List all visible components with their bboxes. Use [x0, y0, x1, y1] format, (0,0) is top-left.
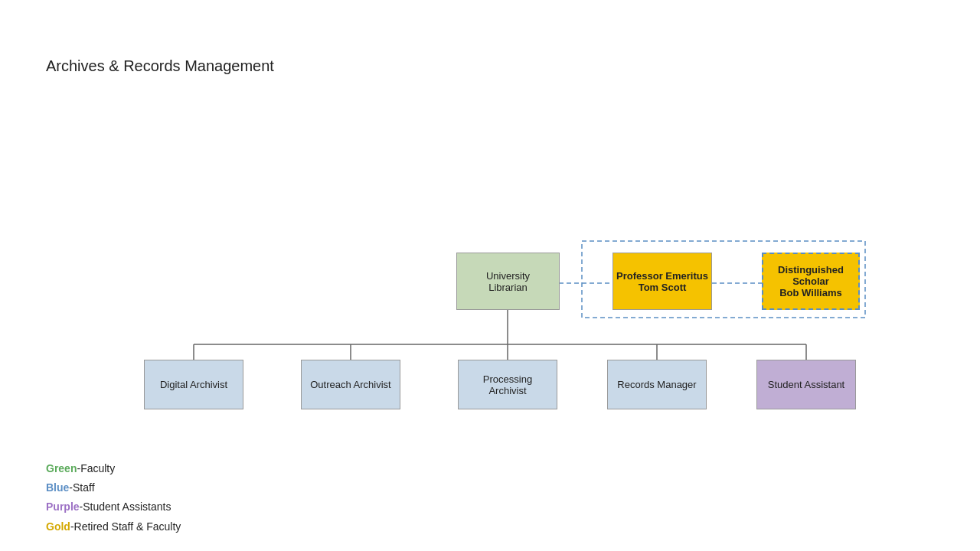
legend-purple-color: Purple [46, 497, 80, 517]
node-records-manager: Records Manager [607, 360, 707, 409]
node-label: ProcessingArchivist [483, 373, 532, 396]
node-outreach-archivist: Outreach Archivist [301, 360, 400, 409]
node-label: Digital Archivist [160, 379, 227, 390]
node-student-assistant: Student Assistant [756, 360, 856, 409]
legend-green: Green -Faculty [46, 459, 181, 478]
node-professor-emeritus: Professor EmeritusTom Scott [612, 253, 712, 310]
legend-blue-text: -Staff [69, 478, 94, 497]
legend-green-text: -Faculty [77, 459, 115, 478]
legend-gold-text: -Retired Staff & Faculty [70, 517, 181, 536]
node-label: Records Manager [617, 379, 696, 390]
legend-gold-color: Gold [46, 517, 70, 536]
node-label: Outreach Archivist [310, 379, 391, 390]
node-label: Professor EmeritusTom Scott [616, 270, 708, 293]
node-label: DistinguishedScholarBob Williams [778, 264, 844, 298]
legend-blue: Blue -Staff [46, 478, 181, 497]
node-label: Student Assistant [768, 379, 844, 390]
node-processing-archivist: ProcessingArchivist [458, 360, 557, 409]
node-university-librarian: UniversityLibrarian [456, 253, 560, 310]
legend-gold: Gold -Retired Staff & Faculty [46, 517, 181, 536]
org-chart: UniversityLibrarian Professor EmeritusTo… [0, 99, 980, 406]
legend-purple: Purple -Student Assistants [46, 497, 181, 517]
node-digital-archivist: Digital Archivist [144, 360, 243, 409]
legend-blue-color: Blue [46, 478, 69, 497]
page-title: Archives & Records Management [46, 57, 274, 75]
legend-green-color: Green [46, 459, 77, 478]
legend: Green -Faculty Blue -Staff Purple -Stude… [46, 459, 181, 536]
legend-purple-text: -Student Assistants [80, 497, 172, 517]
node-distinguished-scholar: DistinguishedScholarBob Williams [762, 253, 860, 310]
node-label: UniversityLibrarian [486, 270, 530, 293]
